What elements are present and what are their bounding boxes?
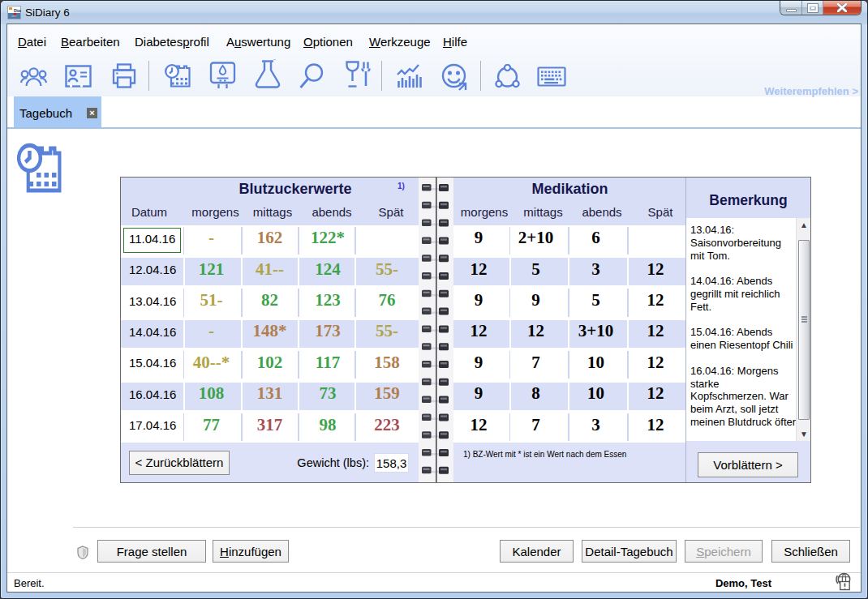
svg-text:Diary: Diary: [14, 8, 21, 13]
